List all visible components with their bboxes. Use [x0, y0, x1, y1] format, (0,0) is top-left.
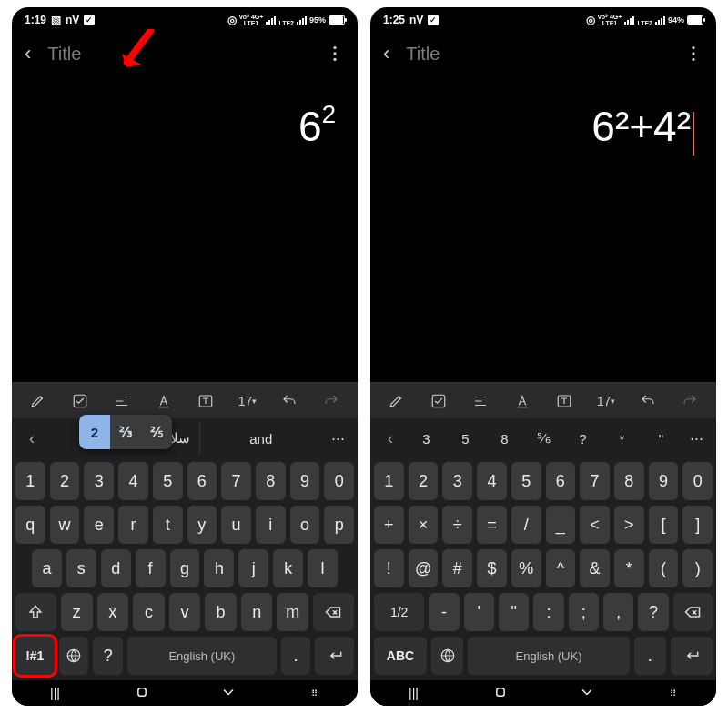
- key-rparen[interactable]: ): [682, 549, 713, 587]
- nav-back[interactable]: [560, 683, 614, 704]
- popup-item[interactable]: ⅔: [110, 415, 141, 449]
- key-apos[interactable]: ': [464, 593, 494, 631]
- font-size[interactable]: 17▾: [585, 383, 627, 419]
- key-amp[interactable]: &: [580, 549, 610, 587]
- key-6[interactable]: 6: [187, 462, 217, 500]
- key-y[interactable]: y: [187, 506, 217, 544]
- key-backspace[interactable]: [313, 593, 354, 631]
- text-box-icon[interactable]: [543, 383, 585, 419]
- more-icon[interactable]: [325, 44, 345, 64]
- key-x[interactable]: x: [97, 593, 129, 631]
- key-e[interactable]: e: [84, 506, 114, 544]
- note-content[interactable]: 6²+4²: [370, 75, 716, 382]
- note-content[interactable]: 62: [12, 75, 358, 382]
- popup-item[interactable]: ⅖: [141, 415, 172, 449]
- note-title[interactable]: Title: [406, 44, 440, 65]
- key-4[interactable]: 4: [477, 462, 507, 500]
- key-8[interactable]: 8: [256, 462, 286, 500]
- key-colon[interactable]: :: [533, 593, 563, 631]
- key-w[interactable]: w: [50, 506, 80, 544]
- nav-home[interactable]: [473, 683, 528, 704]
- key-div[interactable]: ÷: [442, 506, 472, 544]
- key-semi[interactable]: ;: [569, 593, 599, 631]
- key-9[interactable]: 9: [290, 462, 320, 500]
- undo-icon[interactable]: [268, 383, 310, 419]
- key-4[interactable]: 4: [118, 462, 148, 500]
- suggestion[interactable]: and: [200, 422, 323, 455]
- key-abc-mode[interactable]: ABC: [374, 637, 427, 675]
- key-percent[interactable]: %: [511, 549, 541, 587]
- key-eq[interactable]: =: [477, 506, 507, 544]
- popup-item-selected[interactable]: 2: [79, 415, 110, 449]
- note-title[interactable]: Title: [47, 44, 81, 65]
- key-times[interactable]: ×: [409, 506, 439, 544]
- key-k[interactable]: k: [273, 549, 303, 587]
- key-gt[interactable]: >: [614, 506, 644, 544]
- key-slash[interactable]: /: [511, 506, 541, 544]
- key-symbol-mode[interactable]: !#1: [15, 637, 55, 675]
- nav-recents[interactable]: |||: [387, 686, 441, 700]
- key-2[interactable]: 2: [409, 462, 439, 500]
- key-m[interactable]: m: [277, 593, 308, 631]
- text-style-icon[interactable]: [143, 383, 185, 419]
- key-o[interactable]: o: [290, 506, 320, 544]
- key-question[interactable]: ?: [93, 637, 123, 675]
- key-g[interactable]: g: [170, 549, 200, 587]
- key-backspace[interactable]: [673, 593, 713, 631]
- key-1[interactable]: 1: [15, 462, 46, 500]
- book-icon[interactable]: [252, 44, 272, 64]
- key-enter[interactable]: [315, 637, 354, 675]
- key-enter[interactable]: [671, 637, 713, 675]
- book-icon[interactable]: [611, 44, 631, 64]
- key-5[interactable]: 5: [511, 462, 541, 500]
- pen-icon[interactable]: [376, 383, 418, 419]
- key-lparen[interactable]: (: [649, 549, 679, 587]
- key-c[interactable]: c: [133, 593, 165, 631]
- nav-keyboard-icon[interactable]: ⠿: [646, 688, 701, 698]
- suggestion[interactable]: ?: [563, 422, 602, 455]
- key-shift[interactable]: [15, 593, 56, 631]
- key-n[interactable]: n: [241, 593, 273, 631]
- text-style-icon[interactable]: [501, 383, 543, 419]
- pen-icon[interactable]: [17, 383, 59, 419]
- key-space[interactable]: English (UK): [127, 637, 277, 675]
- undo-icon[interactable]: [627, 383, 669, 419]
- key-r[interactable]: r: [118, 506, 148, 544]
- key-5[interactable]: 5: [153, 462, 183, 500]
- suggestion-more[interactable]: ⋯: [681, 422, 713, 455]
- key-0[interactable]: 0: [682, 462, 713, 500]
- suggestion[interactable]: *: [602, 422, 642, 455]
- attach-icon[interactable]: [288, 44, 308, 64]
- key-v[interactable]: v: [169, 593, 201, 631]
- nav-keyboard-icon[interactable]: ⠿: [288, 688, 342, 698]
- key-qmark[interactable]: ?: [638, 593, 668, 631]
- key-3[interactable]: 3: [84, 462, 114, 500]
- redo-icon[interactable]: [669, 383, 711, 419]
- key-quote[interactable]: ": [499, 593, 529, 631]
- suggestion[interactable]: 5: [446, 422, 485, 455]
- back-icon[interactable]: ‹: [383, 42, 389, 65]
- nav-back[interactable]: [201, 683, 256, 704]
- key-language[interactable]: [59, 637, 89, 675]
- attach-icon[interactable]: [647, 44, 667, 64]
- key-a[interactable]: a: [32, 549, 62, 587]
- check-icon[interactable]: [418, 383, 460, 419]
- key-i[interactable]: i: [256, 506, 286, 544]
- check-icon[interactable]: [59, 383, 101, 419]
- key-f[interactable]: f: [136, 549, 166, 587]
- key-8[interactable]: 8: [614, 462, 644, 500]
- key-space[interactable]: English (UK): [468, 637, 629, 675]
- key-p[interactable]: p: [324, 506, 354, 544]
- key-6[interactable]: 6: [546, 462, 576, 500]
- key-2[interactable]: 2: [50, 462, 80, 500]
- key-hash[interactable]: #: [442, 549, 472, 587]
- key-underscore[interactable]: _: [546, 506, 576, 544]
- redo-icon[interactable]: [310, 383, 352, 419]
- suggestion[interactable]: ⁵⁄₆: [524, 422, 563, 455]
- align-icon[interactable]: [460, 383, 501, 419]
- align-icon[interactable]: [101, 383, 143, 419]
- key-caret[interactable]: ^: [546, 549, 576, 587]
- key-language[interactable]: [431, 637, 463, 675]
- key-t[interactable]: t: [153, 506, 183, 544]
- suggestion[interactable]: 3: [407, 422, 446, 455]
